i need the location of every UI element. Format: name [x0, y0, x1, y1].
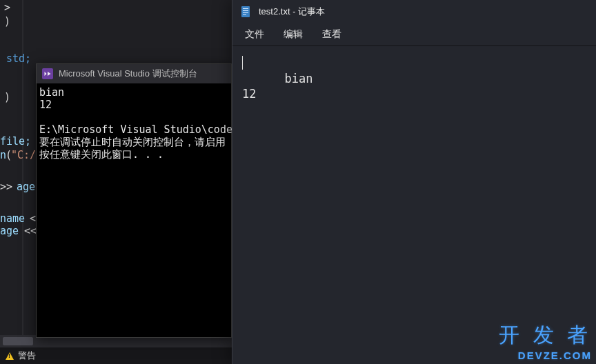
code-token: age: [17, 181, 35, 193]
code-token: file;: [0, 135, 31, 148]
console-title-text: Microsoft Visual Studio 调试控制台: [59, 68, 197, 80]
console-line: 按任意键关闭此窗口. . .: [39, 148, 163, 161]
svg-rect-2: [243, 10, 248, 11]
menu-file[interactable]: 文件: [245, 28, 264, 41]
svg-rect-0: [241, 6, 250, 17]
menu-view[interactable]: 查看: [322, 28, 341, 41]
code-token: "C:/: [11, 149, 36, 161]
console-line: 要在调试停止时自动关闭控制台，请启用: [39, 136, 226, 148]
notepad-titlebar[interactable]: test2.txt - 记事本: [232, 0, 596, 23]
console-line: bian: [39, 86, 64, 99]
vs-debug-console-window[interactable]: Microsoft Visual Studio 调试控制台 bian 12 E:…: [36, 63, 232, 338]
console-output[interactable]: bian 12 E:\Microsoft Visual Studio\code\…: [37, 83, 231, 163]
notepad-window[interactable]: test2.txt - 记事本 文件 编辑 查看 bian 12: [232, 0, 596, 364]
svg-rect-4: [243, 14, 246, 15]
svg-rect-3: [243, 12, 248, 13]
screenshot-root: > ) std; ) file; n ( "C:/ >> age name <<…: [0, 0, 596, 364]
console-titlebar[interactable]: Microsoft Visual Studio 调试控制台: [37, 64, 231, 83]
notepad-text-area[interactable]: bian 12: [232, 46, 596, 364]
notepad-menubar: 文件 编辑 查看: [232, 23, 596, 46]
visual-studio-icon: [42, 68, 53, 79]
code-token: >: [4, 1, 10, 14]
warning-icon: [6, 352, 14, 360]
console-line: 12: [39, 99, 52, 111]
notepad-content: bian 12: [242, 72, 312, 101]
code-token: ): [4, 91, 10, 103]
text-caret: [242, 56, 243, 70]
code-token: std;: [0, 52, 31, 65]
code-token: <<: [18, 225, 37, 237]
code-token: age: [0, 225, 19, 237]
svg-rect-1: [243, 8, 248, 9]
status-warning-label: 警告: [18, 350, 36, 362]
console-line: E:\Microsoft Visual Studio\code\Pro: [39, 123, 257, 136]
scrollbar-thumb[interactable]: [3, 337, 33, 345]
code-token: ): [4, 15, 10, 28]
notepad-title-text: test2.txt - 记事本: [259, 6, 325, 18]
code-token: name: [0, 212, 25, 225]
notepad-icon: [241, 6, 252, 18]
menu-edit[interactable]: 编辑: [284, 28, 303, 41]
